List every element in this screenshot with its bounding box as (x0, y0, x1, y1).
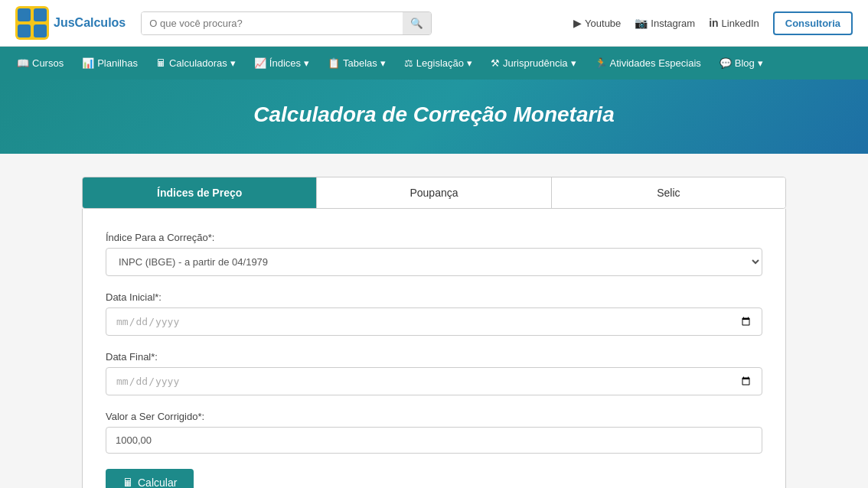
data-final-label: Data Final*: (106, 351, 762, 363)
indices-label: Índices (269, 57, 301, 69)
youtube-icon: ▶ (573, 17, 582, 29)
tabs: Índices de Preço Poupança Selic (82, 177, 786, 209)
indices-icon: 📈 (254, 57, 266, 69)
cursos-label: Cursos (32, 57, 64, 69)
search-bar: 🔍 (141, 11, 432, 35)
tabelas-dropdown-icon: ▾ (380, 57, 386, 69)
valor-group: Valor a Ser Corrigido*: (106, 411, 762, 454)
indice-label: Índice Para a Correção*: (106, 232, 762, 243)
indice-group: Índice Para a Correção*: INPC (IBGE) - a… (106, 232, 762, 276)
data-inicial-label: Data Inicial*: (106, 291, 762, 303)
cursos-icon: 📖 (17, 57, 29, 69)
legislacao-icon: ⚖ (404, 57, 413, 69)
data-inicial-input[interactable] (106, 307, 762, 336)
calcular-label: Calcular (138, 477, 177, 488)
blog-icon: 💬 (720, 57, 732, 69)
header: JusCalculos 🔍 ▶ Youtube 📷 Instagram in L… (0, 0, 868, 47)
tabelas-icon: 📋 (328, 57, 340, 69)
nav-cursos[interactable]: 📖 Cursos (8, 47, 73, 80)
youtube-link[interactable]: ▶ Youtube (573, 17, 621, 29)
calculadoras-label: Calculadoras (169, 57, 227, 69)
svg-rect-3 (18, 24, 31, 37)
tab-indices-preco[interactable]: Índices de Preço (83, 177, 317, 208)
nav-legislacao[interactable]: ⚖ Legislação ▾ (395, 47, 481, 80)
svg-rect-2 (34, 8, 47, 21)
nav-indices[interactable]: 📈 Índices ▾ (245, 47, 318, 80)
blog-dropdown-icon: ▾ (758, 57, 763, 69)
form-card: Índice Para a Correção*: INPC (IBGE) - a… (82, 209, 786, 488)
nav-jurisprudencia[interactable]: ⚒ Jurisprudência ▾ (481, 47, 586, 80)
atividades-label: Atividades Especiais (610, 57, 701, 69)
youtube-label: Youtube (585, 18, 621, 29)
instagram-link[interactable]: 📷 Instagram (635, 17, 695, 29)
header-links: ▶ Youtube 📷 Instagram in LinkedIn Consul… (573, 11, 853, 35)
data-final-group: Data Final*: (106, 351, 762, 395)
planilhas-label: Planilhas (97, 57, 138, 69)
indice-select[interactable]: INPC (IBGE) - a partir de 04/1979 IPCA (… (106, 248, 762, 276)
svg-rect-1 (18, 8, 31, 21)
instagram-label: Instagram (651, 18, 695, 29)
data-inicial-wrap (106, 307, 762, 336)
calcular-icon: 🖩 (122, 477, 133, 488)
linkedin-label: LinkedIn (722, 18, 759, 29)
jurisprudencia-icon: ⚒ (491, 57, 500, 69)
nav-atividades[interactable]: 🏃 Atividades Especiais (586, 47, 710, 80)
data-final-wrap (106, 367, 762, 395)
nav-tabelas[interactable]: 📋 Tabelas ▾ (318, 47, 395, 80)
valor-label: Valor a Ser Corrigido*: (106, 411, 762, 422)
tab-selic[interactable]: Selic (552, 177, 785, 208)
consultoria-button[interactable]: Consultoria (773, 11, 853, 35)
instagram-icon: 📷 (635, 17, 648, 29)
logo[interactable]: JusCalculos (15, 6, 126, 40)
indices-dropdown-icon: ▾ (304, 57, 309, 69)
hero-title: Calculadora de Correção Monetaria (15, 102, 853, 127)
search-button[interactable]: 🔍 (403, 12, 431, 34)
atividades-icon: 🏃 (595, 57, 607, 69)
planilhas-icon: 📊 (82, 57, 94, 69)
calculadoras-dropdown-icon: ▾ (230, 57, 236, 69)
hero-section: Calculadora de Correção Monetaria (0, 80, 868, 154)
nav-blog[interactable]: 💬 Blog ▾ (710, 47, 772, 80)
data-final-input[interactable] (106, 367, 762, 395)
nav: 📖 Cursos 📊 Planilhas 🖩 Calculadoras ▾ 📈 … (0, 47, 868, 80)
logo-icon (15, 6, 49, 40)
jurisprudencia-label: Jurisprudência (503, 57, 568, 69)
main-content: Índices de Preço Poupança Selic Índice P… (67, 177, 801, 488)
search-input[interactable] (142, 12, 403, 34)
legislacao-label: Legislação (416, 57, 464, 69)
calcular-button[interactable]: 🖩 Calcular (106, 469, 194, 488)
nav-calculadoras[interactable]: 🖩 Calculadoras ▾ (147, 47, 245, 80)
linkedin-icon: in (709, 17, 718, 29)
tabelas-label: Tabelas (343, 57, 377, 69)
linkedin-link[interactable]: in LinkedIn (709, 17, 759, 29)
blog-label: Blog (735, 57, 755, 69)
legislacao-dropdown-icon: ▾ (467, 57, 472, 69)
svg-rect-4 (34, 24, 47, 37)
logo-text: JusCalculos (54, 16, 126, 30)
tab-poupanca[interactable]: Poupança (317, 177, 551, 208)
valor-input[interactable] (106, 427, 762, 454)
nav-planilhas[interactable]: 📊 Planilhas (73, 47, 147, 80)
jurisprudencia-dropdown-icon: ▾ (571, 57, 576, 69)
data-inicial-group: Data Inicial*: (106, 291, 762, 336)
calculadoras-icon: 🖩 (156, 57, 166, 69)
